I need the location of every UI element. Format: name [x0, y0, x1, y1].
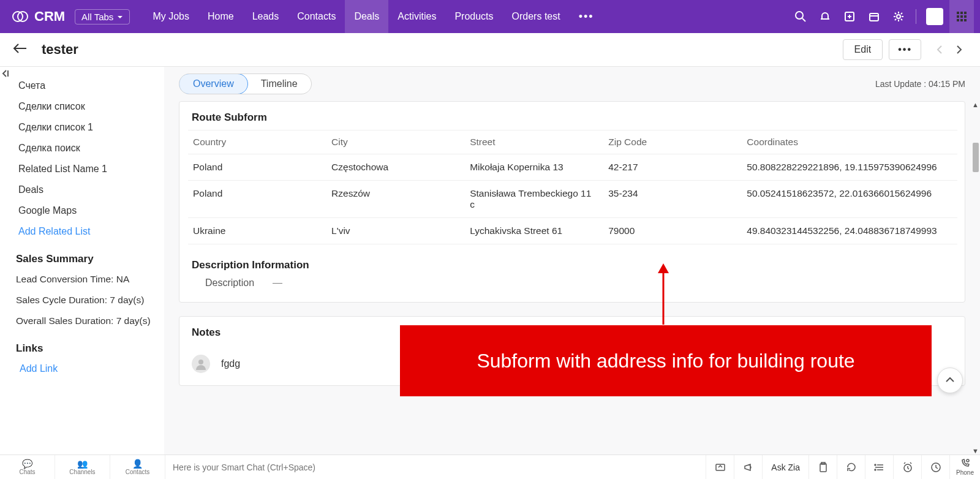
app-logo[interactable]: CRM: [11, 7, 65, 26]
table-cell: 42-217: [603, 154, 742, 181]
svg-rect-8: [870, 13, 878, 21]
tab-overview[interactable]: Overview: [179, 74, 248, 94]
table-header-row: CountryCityStreetZip CodeCoordinates: [188, 130, 957, 154]
table-cell: 35-234: [603, 181, 742, 218]
content-scroll[interactable]: Route Subform CountryCityStreetZip CodeC…: [164, 101, 980, 454]
svg-point-10: [897, 15, 900, 18]
sidebar-item[interactable]: Related List Name 1: [0, 159, 164, 179]
sidebar-item[interactable]: Deals: [0, 179, 164, 200]
svg-point-31: [967, 459, 969, 462]
table-cell: 50.05241518623572, 22.016366015624996: [742, 181, 957, 218]
edit-button[interactable]: Edit: [843, 39, 883, 60]
app-launcher-icon[interactable]: [949, 0, 974, 33]
svg-rect-17: [957, 19, 959, 21]
nav-item-deals[interactable]: Deals: [345, 0, 388, 33]
smart-chat-input[interactable]: [165, 455, 706, 479]
nav-item-contacts[interactable]: Contacts: [288, 0, 345, 33]
divider: [916, 9, 916, 24]
footer-clipboard-icon[interactable]: [809, 455, 837, 480]
sales-stat: Lead Conversion Time: NA: [0, 269, 164, 290]
scroll-to-top-button[interactable]: [937, 368, 963, 393]
tab-timeline[interactable]: Timeline: [247, 74, 311, 94]
footer-announce-icon[interactable]: [734, 455, 762, 480]
footer-tab-channels[interactable]: 👥Channels: [55, 455, 110, 480]
footer-recent-icon[interactable]: [921, 455, 949, 480]
svg-rect-12: [960, 12, 963, 14]
svg-point-23: [198, 360, 203, 364]
view-row: Overview Timeline Last Update : 04:15 PM: [164, 67, 980, 101]
more-actions-button[interactable]: •••: [889, 39, 921, 60]
app-name: CRM: [34, 9, 65, 25]
nav-item-activities[interactable]: Activities: [388, 0, 445, 33]
ask-zia-button[interactable]: Ask Zia: [762, 455, 809, 480]
table-cell: Częstochowa: [326, 154, 465, 181]
gear-icon[interactable]: [888, 6, 910, 28]
nav-item-leads[interactable]: Leads: [243, 0, 288, 33]
next-record-button[interactable]: [951, 41, 968, 58]
note-avatar-icon: [192, 355, 210, 373]
footer-speed-icon[interactable]: [865, 455, 893, 480]
annotation-arrow-icon: [654, 263, 673, 327]
footer-alarm-icon[interactable]: [893, 455, 921, 480]
svg-rect-14: [957, 15, 959, 18]
sidebar-item[interactable]: Сделки список 1: [0, 117, 164, 138]
description-section: Description Information Description —: [179, 244, 965, 289]
user-avatar[interactable]: [926, 8, 943, 25]
record-header: tester Edit •••: [0, 33, 980, 67]
sidebar-collapse-icon[interactable]: [1, 69, 10, 80]
search-icon[interactable]: [790, 6, 812, 28]
sales-stat: Overall Sales Duration: 7 day(s): [0, 311, 164, 331]
footer-share-icon[interactable]: [706, 455, 734, 480]
channels-icon: 👥: [77, 459, 88, 469]
svg-point-28: [875, 469, 876, 470]
calendar-icon[interactable]: [863, 6, 885, 28]
table-cell: Rzeszów: [326, 181, 465, 218]
footer-tab-contacts[interactable]: 👤Contacts: [110, 455, 165, 480]
page-scroll-thumb[interactable]: [973, 143, 979, 172]
nav-item-home[interactable]: Home: [198, 0, 243, 33]
table-cell: Ukraine: [188, 218, 326, 244]
column-header: Street: [465, 130, 603, 154]
table-cell: 50.808228229221896, 19.115975390624996: [742, 154, 957, 181]
sidebar-item[interactable]: Сделки список: [0, 96, 164, 117]
add-icon[interactable]: [839, 6, 861, 28]
main-nav: My JobsHomeLeadsContactsDealsActivitiesP…: [143, 0, 603, 33]
all-tabs-button[interactable]: All Tabs: [75, 9, 130, 25]
main-area: Overview Timeline Last Update : 04:15 PM…: [164, 67, 980, 454]
bell-icon[interactable]: [814, 6, 836, 28]
description-value: —: [273, 277, 282, 289]
nav-item-products[interactable]: Products: [445, 0, 502, 33]
add-related-list-link[interactable]: Add Related List: [0, 221, 164, 242]
route-subform-card: Route Subform CountryCityStreetZip CodeC…: [179, 101, 965, 303]
sidebar-item[interactable]: Сделка поиск: [0, 138, 164, 159]
footer-refresh-icon[interactable]: [837, 455, 865, 480]
table-row[interactable]: PolandCzęstochowaMikołaja Kopernika 1342…: [188, 154, 957, 181]
nav-item-orders-test[interactable]: Orders test: [503, 0, 570, 33]
topbar: CRM All Tabs My JobsHomeLeadsContactsDea…: [0, 0, 980, 33]
svg-rect-19: [964, 19, 967, 21]
svg-rect-15: [960, 15, 963, 18]
footer-phone-tab[interactable]: Phone: [949, 455, 980, 480]
nav-more-button[interactable]: •••: [570, 0, 603, 33]
table-row[interactable]: PolandRzeszówStanisława Trembeckiego 11 …: [188, 181, 957, 218]
sales-summary-heading: Sales Summary: [0, 242, 164, 269]
footer-tab-chats[interactable]: 💬Chats: [0, 455, 55, 480]
nav-item-my-jobs[interactable]: My Jobs: [143, 0, 198, 33]
column-header: City: [326, 130, 465, 154]
sidebar-item[interactable]: Google Maps: [0, 200, 164, 221]
sales-stat: Sales Cycle Duration: 7 day(s): [0, 290, 164, 311]
column-header: Zip Code: [603, 130, 742, 154]
chat-icon: 💬: [22, 459, 32, 469]
description-label: Description: [205, 277, 254, 289]
back-button[interactable]: [12, 42, 28, 57]
view-tabs: Overview Timeline: [179, 74, 312, 94]
add-link-link[interactable]: Add Link: [0, 358, 164, 379]
record-title: tester: [42, 42, 78, 58]
table-row[interactable]: UkraineL'vivLychakivska Street 617900049…: [188, 218, 957, 244]
prev-record-button: [931, 41, 948, 58]
page-scrollbar[interactable]: [972, 67, 980, 454]
sidebar-item[interactable]: Счета: [0, 75, 164, 96]
main-layout: СчетаСделки списокСделки список 1Сделка …: [0, 67, 980, 454]
svg-rect-16: [964, 15, 967, 18]
subform-title: Route Subform: [179, 111, 965, 130]
